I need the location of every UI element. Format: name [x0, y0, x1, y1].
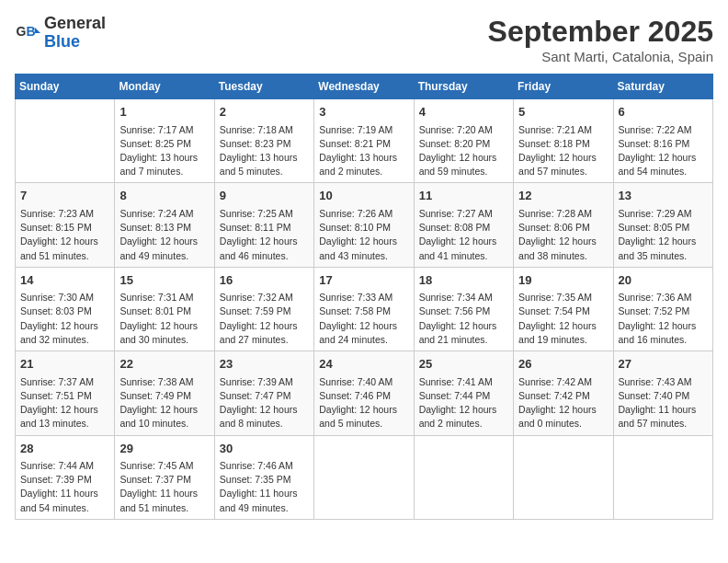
cell-content: Sunrise: 7:43 AM Sunset: 7:40 PM Dayligh… [619, 375, 708, 431]
calendar-cell [414, 435, 513, 519]
location-title: Sant Marti, Catalonia, Spain [488, 49, 713, 64]
month-title: September 2025 [488, 15, 713, 49]
day-of-week-header: Saturday [613, 75, 712, 99]
calendar-cell: 25Sunrise: 7:41 AM Sunset: 7:44 PM Dayli… [414, 351, 513, 435]
day-number: 9 [220, 187, 309, 205]
logo: G B General Blue [15, 15, 106, 52]
cell-content: Sunrise: 7:17 AM Sunset: 8:25 PM Dayligh… [119, 123, 209, 179]
calendar-cell [613, 435, 712, 519]
calendar-cell: 11Sunrise: 7:27 AM Sunset: 8:08 PM Dayli… [414, 183, 513, 267]
svg-text:B: B [26, 24, 35, 39]
day-number: 18 [419, 271, 508, 290]
day-number: 29 [119, 440, 209, 458]
calendar-body: 1Sunrise: 7:17 AM Sunset: 8:25 PM Daylig… [16, 99, 713, 520]
cell-content: Sunrise: 7:23 AM Sunset: 8:15 PM Dayligh… [20, 207, 109, 263]
calendar-cell: 3Sunrise: 7:19 AM Sunset: 8:21 PM Daylig… [314, 99, 414, 183]
day-number: 26 [518, 355, 608, 373]
calendar-cell: 2Sunrise: 7:18 AM Sunset: 8:23 PM Daylig… [214, 99, 313, 183]
calendar-cell [16, 99, 115, 183]
day-number: 6 [619, 103, 708, 121]
cell-content: Sunrise: 7:34 AM Sunset: 7:56 PM Dayligh… [419, 291, 508, 347]
cell-content: Sunrise: 7:36 AM Sunset: 7:52 PM Dayligh… [619, 291, 708, 347]
cell-content: Sunrise: 7:39 AM Sunset: 7:47 PM Dayligh… [220, 375, 309, 431]
calendar-cell: 28Sunrise: 7:44 AM Sunset: 7:39 PM Dayli… [16, 435, 115, 519]
day-of-week-header: Sunday [16, 75, 115, 99]
cell-content: Sunrise: 7:46 AM Sunset: 7:35 PM Dayligh… [220, 459, 309, 515]
day-number: 1 [119, 103, 209, 121]
calendar-cell: 26Sunrise: 7:42 AM Sunset: 7:42 PM Dayli… [514, 351, 613, 435]
day-number: 16 [220, 271, 309, 290]
calendar-cell: 12Sunrise: 7:28 AM Sunset: 8:06 PM Dayli… [514, 183, 613, 267]
cell-content: Sunrise: 7:44 AM Sunset: 7:39 PM Dayligh… [20, 459, 109, 515]
calendar-cell: 5Sunrise: 7:21 AM Sunset: 8:18 PM Daylig… [514, 99, 613, 183]
page-header: G B General Blue September 2025 Sant Mar… [15, 15, 713, 64]
day-of-week-header: Wednesday [314, 75, 414, 99]
day-of-week-header: Friday [514, 75, 613, 99]
cell-content: Sunrise: 7:19 AM Sunset: 8:21 PM Dayligh… [319, 123, 408, 179]
cell-content: Sunrise: 7:18 AM Sunset: 8:23 PM Dayligh… [220, 123, 309, 179]
calendar-cell: 4Sunrise: 7:20 AM Sunset: 8:20 PM Daylig… [414, 99, 513, 183]
day-number: 4 [419, 103, 508, 121]
calendar-cell: 21Sunrise: 7:37 AM Sunset: 7:51 PM Dayli… [16, 351, 115, 435]
day-number: 17 [319, 271, 408, 290]
calendar-cell: 10Sunrise: 7:26 AM Sunset: 8:10 PM Dayli… [314, 183, 414, 267]
calendar-cell: 13Sunrise: 7:29 AM Sunset: 8:05 PM Dayli… [613, 183, 712, 267]
cell-content: Sunrise: 7:30 AM Sunset: 8:03 PM Dayligh… [20, 291, 109, 347]
calendar-cell: 16Sunrise: 7:32 AM Sunset: 7:59 PM Dayli… [214, 267, 313, 350]
day-of-week-header: Monday [115, 75, 214, 99]
calendar-week-row: 7Sunrise: 7:23 AM Sunset: 8:15 PM Daylig… [16, 183, 713, 267]
calendar-cell: 19Sunrise: 7:35 AM Sunset: 7:54 PM Dayli… [514, 267, 613, 350]
calendar-cell: 30Sunrise: 7:46 AM Sunset: 7:35 PM Dayli… [214, 435, 313, 519]
calendar-week-row: 28Sunrise: 7:44 AM Sunset: 7:39 PM Dayli… [16, 435, 713, 519]
calendar-cell: 18Sunrise: 7:34 AM Sunset: 7:56 PM Dayli… [414, 267, 513, 350]
calendar-cell: 9Sunrise: 7:25 AM Sunset: 8:11 PM Daylig… [214, 183, 313, 267]
day-number: 24 [319, 355, 408, 373]
day-number: 28 [20, 440, 109, 458]
cell-content: Sunrise: 7:27 AM Sunset: 8:08 PM Dayligh… [419, 207, 508, 263]
calendar-cell [514, 435, 613, 519]
calendar-cell: 20Sunrise: 7:36 AM Sunset: 7:52 PM Dayli… [613, 267, 712, 350]
calendar-cell: 17Sunrise: 7:33 AM Sunset: 7:58 PM Dayli… [314, 267, 414, 350]
day-number: 10 [319, 187, 408, 205]
day-number: 23 [220, 355, 309, 373]
calendar-table: SundayMondayTuesdayWednesdayThursdayFrid… [15, 74, 713, 520]
day-number: 7 [20, 187, 109, 205]
day-number: 8 [119, 187, 209, 205]
cell-content: Sunrise: 7:29 AM Sunset: 8:05 PM Dayligh… [619, 207, 708, 263]
cell-content: Sunrise: 7:37 AM Sunset: 7:51 PM Dayligh… [20, 375, 109, 431]
calendar-cell: 22Sunrise: 7:38 AM Sunset: 7:49 PM Dayli… [115, 351, 214, 435]
calendar-cell: 27Sunrise: 7:43 AM Sunset: 7:40 PM Dayli… [613, 351, 712, 435]
day-of-week-header: Tuesday [214, 75, 313, 99]
cell-content: Sunrise: 7:28 AM Sunset: 8:06 PM Dayligh… [518, 207, 608, 263]
day-number: 13 [619, 187, 708, 205]
calendar-cell: 6Sunrise: 7:22 AM Sunset: 8:16 PM Daylig… [613, 99, 712, 183]
calendar-week-row: 1Sunrise: 7:17 AM Sunset: 8:25 PM Daylig… [16, 99, 713, 183]
calendar-cell: 1Sunrise: 7:17 AM Sunset: 8:25 PM Daylig… [115, 99, 214, 183]
day-number: 11 [419, 187, 508, 205]
calendar-cell: 23Sunrise: 7:39 AM Sunset: 7:47 PM Dayli… [214, 351, 313, 435]
day-number: 20 [619, 271, 708, 290]
cell-content: Sunrise: 7:40 AM Sunset: 7:46 PM Dayligh… [319, 375, 408, 431]
day-number: 12 [518, 187, 608, 205]
cell-content: Sunrise: 7:41 AM Sunset: 7:44 PM Dayligh… [419, 375, 508, 431]
logo-text: General Blue [44, 15, 106, 52]
day-number: 2 [220, 103, 309, 121]
day-number: 19 [518, 271, 608, 290]
day-number: 15 [119, 271, 209, 290]
logo-icon: G B [15, 20, 40, 46]
cell-content: Sunrise: 7:32 AM Sunset: 7:59 PM Dayligh… [220, 291, 309, 347]
calendar-cell [314, 435, 414, 519]
cell-content: Sunrise: 7:31 AM Sunset: 8:01 PM Dayligh… [119, 291, 209, 347]
calendar-week-row: 14Sunrise: 7:30 AM Sunset: 8:03 PM Dayli… [16, 267, 713, 350]
cell-content: Sunrise: 7:35 AM Sunset: 7:54 PM Dayligh… [518, 291, 608, 347]
cell-content: Sunrise: 7:38 AM Sunset: 7:49 PM Dayligh… [119, 375, 209, 431]
cell-content: Sunrise: 7:42 AM Sunset: 7:42 PM Dayligh… [518, 375, 608, 431]
cell-content: Sunrise: 7:45 AM Sunset: 7:37 PM Dayligh… [119, 459, 209, 515]
cell-content: Sunrise: 7:20 AM Sunset: 8:20 PM Dayligh… [419, 123, 508, 179]
calendar-cell: 14Sunrise: 7:30 AM Sunset: 8:03 PM Dayli… [16, 267, 115, 350]
title-area: September 2025 Sant Marti, Catalonia, Sp… [488, 15, 713, 64]
calendar-header-row: SundayMondayTuesdayWednesdayThursdayFrid… [16, 75, 713, 99]
day-number: 22 [119, 355, 209, 373]
day-number: 30 [220, 440, 309, 458]
calendar-cell: 7Sunrise: 7:23 AM Sunset: 8:15 PM Daylig… [16, 183, 115, 267]
